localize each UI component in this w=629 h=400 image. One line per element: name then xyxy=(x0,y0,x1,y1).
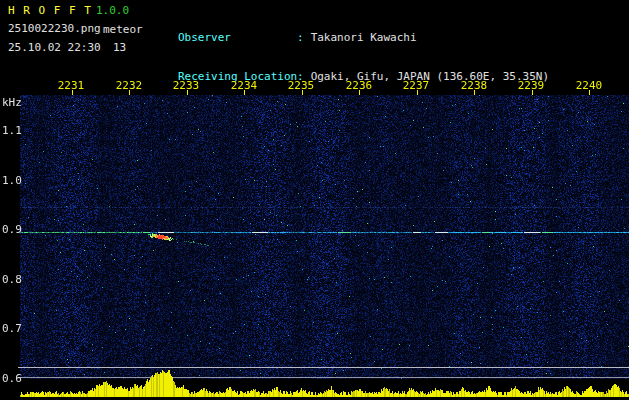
info-label: Observer xyxy=(178,32,297,45)
info-row-observer: Observer:Takanori Kawachi xyxy=(178,32,549,45)
hrofft-window: H R O F F T 1.0.0 2510022230.png meteor … xyxy=(0,0,629,400)
time-tick-label-2239: 2239 xyxy=(518,79,545,92)
time-tick-label-2235: 2235 xyxy=(288,79,315,92)
info-colon: : xyxy=(297,31,304,44)
app-title: H R O F F T xyxy=(8,4,92,17)
info-value: Takanori Kawachi xyxy=(311,31,417,44)
echo-count: 13 xyxy=(113,41,126,54)
freq-tick-label-0-7: 0.7 xyxy=(2,322,22,335)
time-tick-label-2232: 2232 xyxy=(116,79,143,92)
app-version: 1.0.0 xyxy=(96,4,129,17)
time-tick-label-2233: 2233 xyxy=(173,79,200,92)
time-tick-label-2238: 2238 xyxy=(461,79,488,92)
time-tick-label-2234: 2234 xyxy=(231,79,258,92)
freq-tick-label-0-9: 0.9 xyxy=(2,223,22,236)
output-filename: 2510022230.png xyxy=(8,22,101,35)
time-tick-label-2231: 2231 xyxy=(58,79,85,92)
time-tick-label-2237: 2237 xyxy=(403,79,430,92)
freq-tick-label-0-8: 0.8 xyxy=(2,273,22,286)
observation-mode-label: meteor xyxy=(103,23,143,36)
spectrogram-canvas xyxy=(0,76,629,400)
time-tick-label-2240: 2240 xyxy=(576,79,603,92)
time-tick-label-2236: 2236 xyxy=(346,79,373,92)
freq-tick-label-1-1: 1.1 xyxy=(2,124,22,137)
freq-tick-label-1-0: 1.0 xyxy=(2,174,22,187)
freq-unit-label: kHz xyxy=(2,96,22,109)
freq-tick-label-0-6: 0.6 xyxy=(2,372,22,385)
observation-datetime: 25.10.02 22:30 xyxy=(8,41,101,54)
